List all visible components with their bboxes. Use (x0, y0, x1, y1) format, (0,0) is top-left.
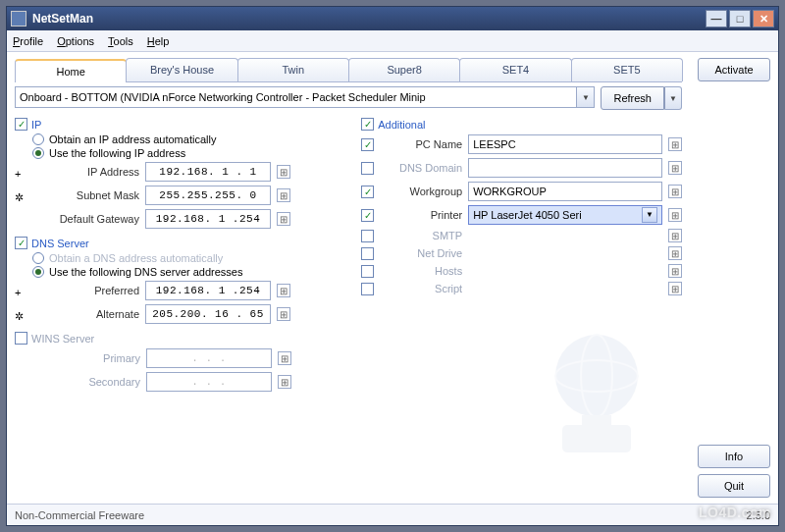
window-title: NetSetMan (32, 12, 93, 26)
status-left: Non-Commercial Freeware (15, 509, 144, 521)
workgroup-expand-icon[interactable]: ⊞ (668, 185, 682, 198)
ip-gear-icon[interactable]: ✲ (15, 191, 24, 204)
workgroup-label: Workgroup (380, 186, 462, 197)
dns-obtain-radio[interactable] (32, 252, 44, 264)
netdrive-checkbox[interactable]: ✓ (361, 247, 374, 260)
svg-rect-4 (582, 415, 611, 427)
ip-address-label: IP Address (31, 166, 139, 178)
menu-profile[interactable]: Profile (13, 35, 43, 47)
adapter-combo[interactable]: Onboard - BOTTOM (NVIDIA nForce Networki… (15, 86, 595, 110)
smtp-expand-icon[interactable]: ⊞ (668, 229, 682, 242)
refresh-dropdown-icon[interactable]: ▼ (664, 86, 682, 110)
wins-primary-label: Primary (32, 352, 140, 364)
tab-home[interactable]: Home (15, 59, 127, 82)
ip-group: ✓ IP Obtain an IP address automatically … (15, 118, 351, 231)
adapter-value: Onboard - BOTTOM (NVIDIA nForce Networki… (15, 86, 577, 108)
dnsdomain-checkbox[interactable]: ✓ (361, 162, 374, 175)
subnet-mask-input[interactable]: 255.255.255. 0 (145, 186, 271, 205)
dnsdomain-expand-icon[interactable]: ⊞ (668, 161, 682, 175)
content-area: Home Brey's House Twin Super8 SET4 SET5 … (7, 52, 778, 504)
info-button[interactable]: Info (698, 445, 770, 468)
subnet-mask-expand-icon[interactable]: ⊞ (277, 188, 290, 202)
menu-options[interactable]: Options (57, 35, 94, 47)
wins-primary-expand-icon[interactable]: ⊞ (278, 351, 291, 365)
additional-checkbox[interactable]: ✓ (361, 118, 374, 131)
dns-use-label: Use the following DNS server addresses (49, 266, 242, 278)
ip-use-radio[interactable] (32, 147, 44, 159)
dnsdomain-input[interactable] (468, 158, 662, 178)
dns-checkbox[interactable]: ✓ (15, 237, 27, 249)
workgroup-input[interactable]: WORKGROUP (468, 182, 662, 201)
close-button[interactable]: ✕ (753, 10, 774, 27)
workgroup-checkbox[interactable]: ✓ (361, 186, 374, 198)
refresh-button[interactable]: Refresh (601, 86, 664, 110)
minimize-button[interactable]: — (706, 10, 727, 27)
right-column: Activate Info Quit (690, 52, 778, 504)
menu-help[interactable]: Help (147, 35, 170, 47)
dns-alternate-input[interactable]: 205.200. 16 . 65 (145, 304, 271, 324)
wins-secondary-input[interactable]: . . . (146, 372, 272, 392)
ip-obtain-label: Obtain an IP address automatically (49, 133, 216, 145)
dns-title: DNS Server (31, 238, 89, 249)
wins-primary-input[interactable]: . . . (146, 348, 272, 368)
script-expand-icon[interactable]: ⊞ (668, 282, 682, 295)
tab-super8[interactable]: Super8 (348, 58, 460, 81)
printer-dropdown-icon[interactable]: ▼ (642, 207, 657, 223)
app-icon (11, 11, 26, 27)
script-label: Script (380, 283, 462, 294)
pcname-expand-icon[interactable]: ⊞ (668, 137, 682, 151)
dns-use-radio[interactable] (32, 266, 44, 278)
tab-breys-house[interactable]: Brey's House (126, 58, 237, 81)
printer-value: HP LaserJet 4050 Seri (473, 206, 581, 224)
dns-alternate-expand-icon[interactable]: ⊞ (277, 307, 290, 321)
quit-button[interactable]: Quit (698, 474, 770, 498)
right-pane: ✓ Additional ✓ PC Name LEESPC ⊞ ✓ DNS Do… (361, 118, 682, 399)
ip-obtain-radio[interactable] (32, 133, 44, 145)
smtp-label: SMTP (380, 230, 462, 241)
dns-add-icon[interactable]: + (15, 287, 24, 298)
gateway-input[interactable]: 192.168. 1 .254 (145, 209, 271, 229)
tab-set4[interactable]: SET4 (459, 58, 571, 81)
globe-decorative-icon (523, 317, 670, 464)
tab-twin[interactable]: Twin (237, 58, 349, 81)
ip-use-label: Use the following IP address (49, 147, 185, 159)
ip-address-expand-icon[interactable]: ⊞ (277, 165, 290, 179)
menu-tools[interactable]: Tools (108, 35, 133, 47)
status-bar: Non-Commercial Freeware 2.5.0 (7, 504, 778, 525)
wins-checkbox[interactable]: ✓ (15, 332, 27, 345)
ip-add-icon[interactable]: + (15, 168, 24, 180)
subnet-mask-label: Subnet Mask (31, 189, 139, 201)
wins-secondary-expand-icon[interactable]: ⊞ (278, 375, 291, 389)
hosts-checkbox[interactable]: ✓ (361, 265, 374, 278)
printer-checkbox[interactable]: ✓ (361, 209, 374, 222)
dns-preferred-expand-icon[interactable]: ⊞ (277, 284, 290, 297)
ip-checkbox[interactable]: ✓ (15, 118, 27, 131)
printer-select[interactable]: HP LaserJet 4050 Seri ▼ (468, 205, 662, 225)
adapter-dropdown-icon[interactable]: ▼ (577, 86, 595, 108)
smtp-checkbox[interactable]: ✓ (361, 230, 374, 242)
dnsdomain-label: DNS Domain (380, 162, 462, 174)
dns-preferred-input[interactable]: 192.168. 1 .254 (145, 281, 271, 300)
profile-tabs: Home Brey's House Twin Super8 SET4 SET5 (15, 58, 682, 82)
tab-set5[interactable]: SET5 (571, 58, 683, 81)
dns-gear-icon[interactable]: ✲ (15, 310, 24, 323)
app-window: NetSetMan — □ ✕ Profile Options Tools He… (6, 6, 779, 526)
wins-title: WINS Server (31, 333, 94, 345)
dns-obtain-label: Obtain a DNS address automatically (49, 252, 223, 264)
printer-expand-icon[interactable]: ⊞ (668, 208, 682, 222)
adapter-row: Onboard - BOTTOM (NVIDIA nForce Networki… (15, 86, 682, 110)
svg-rect-3 (562, 425, 631, 452)
ip-address-input[interactable]: 192.168. 1 . 1 (145, 162, 271, 182)
maximize-button[interactable]: □ (729, 10, 751, 27)
wins-group: ✓ WINS Server Primary . . . ⊞ Secondary … (15, 332, 351, 394)
pcname-checkbox[interactable]: ✓ (361, 138, 374, 151)
menu-bar: Profile Options Tools Help (7, 30, 778, 52)
pcname-input[interactable]: LEESPC (468, 134, 662, 154)
script-checkbox[interactable]: ✓ (361, 283, 374, 295)
hosts-expand-icon[interactable]: ⊞ (668, 264, 682, 278)
ip-title: IP (31, 119, 41, 131)
activate-button[interactable]: Activate (698, 58, 770, 81)
netdrive-expand-icon[interactable]: ⊞ (668, 246, 682, 260)
gateway-expand-icon[interactable]: ⊞ (277, 212, 290, 226)
left-pane: ✓ IP Obtain an IP address automatically … (15, 118, 351, 399)
